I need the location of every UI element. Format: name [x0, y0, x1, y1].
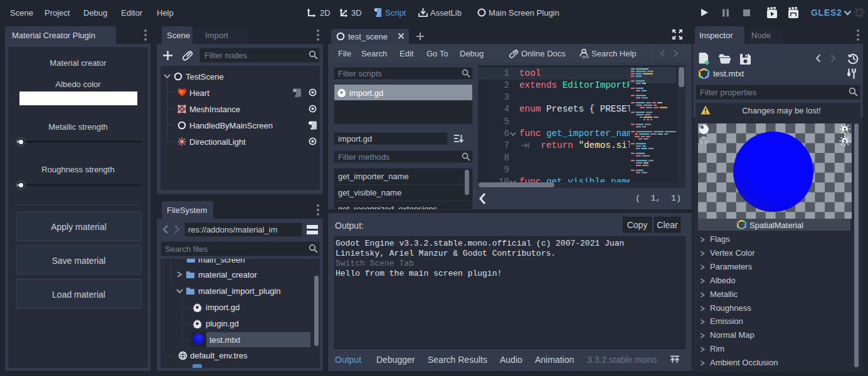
svg-text:DOC: DOC — [583, 55, 590, 59]
svg-text:1: 1 — [844, 127, 847, 133]
svg-text:2: 2 — [844, 138, 847, 145]
